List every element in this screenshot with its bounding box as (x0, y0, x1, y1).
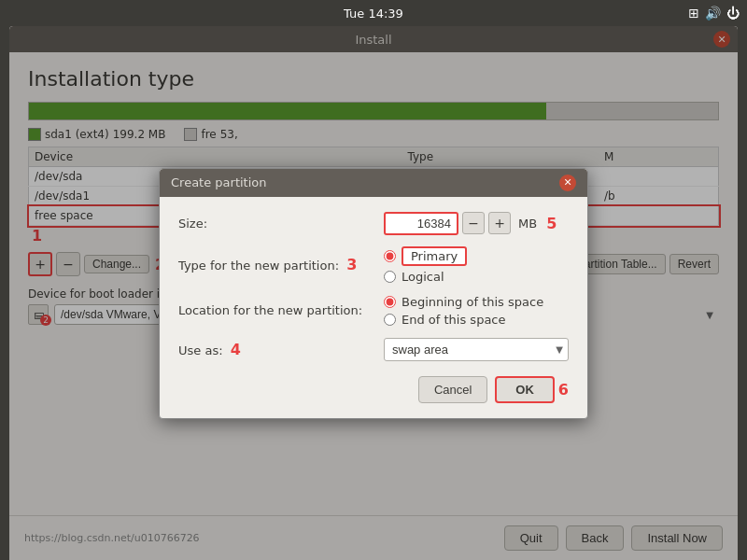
volume-icon: 🔊 (705, 6, 721, 21)
size-label: Size: (178, 217, 384, 231)
cancel-button[interactable]: Cancel (418, 376, 487, 403)
topbar-icons: ⊞ 🔊 ⏻ (688, 6, 740, 21)
size-decrease-button[interactable]: − (462, 212, 485, 234)
create-partition-dialog: Create partition ✕ Size: − + MB 5 (159, 168, 588, 419)
partition-location-group: Beginning of this space End of this spac… (384, 295, 543, 327)
end-label: End of this space (402, 313, 506, 327)
radio-end-input[interactable] (384, 314, 396, 326)
red-label-4: 4 (231, 341, 241, 358)
radio-logical: Logical (384, 270, 467, 284)
partition-type-group: Primary Logical (384, 246, 467, 284)
type-row: Type for the new partition: 3 Primary Lo… (178, 246, 569, 284)
ok-button[interactable]: OK (495, 376, 555, 403)
red-label-3: 3 (346, 256, 357, 273)
type-label: Type for the new partition: 3 (178, 256, 384, 273)
modal-buttons: Cancel OK 6 (178, 376, 569, 403)
network-icon: ⊞ (688, 6, 699, 21)
size-controls: − + MB 5 (384, 212, 557, 235)
radio-beginning: Beginning of this space (384, 295, 543, 309)
modal-titlebar: Create partition ✕ (160, 169, 587, 197)
beginning-label: Beginning of this space (402, 295, 543, 309)
red-label-6: 6 (558, 381, 569, 399)
size-input[interactable] (384, 212, 458, 235)
size-unit: MB (518, 217, 537, 231)
logical-label: Logical (402, 270, 444, 284)
red-label-5: 5 (546, 215, 557, 232)
use-as-label: Use as: 4 (178, 341, 384, 358)
location-row: Location for the new partition: Beginnin… (178, 295, 569, 327)
radio-end: End of this space (384, 313, 543, 327)
radio-logical-input[interactable] (384, 271, 396, 283)
modal-close-button[interactable]: ✕ (559, 175, 576, 191)
topbar-time: Tue 14:39 (344, 7, 403, 21)
power-icon: ⏻ (726, 6, 740, 21)
size-increase-button[interactable]: + (488, 212, 511, 234)
topbar: Tue 14:39 ⊞ 🔊 ⏻ (0, 0, 747, 26)
radio-primary-input[interactable] (384, 250, 396, 262)
size-row: Size: − + MB 5 (178, 212, 569, 235)
radio-primary: Primary (384, 246, 467, 266)
modal-title: Create partition (171, 175, 267, 189)
modal-body: Size: − + MB 5 Type for the new partitio… (160, 197, 587, 418)
use-as-wrapper: swap area Ext4 journaling file system Ex… (384, 338, 569, 361)
modal-overlay: Create partition ✕ Size: − + MB 5 (9, 26, 738, 560)
main-window: Install ✕ Installation type sda1 (ext4) … (9, 26, 738, 560)
radio-beginning-input[interactable] (384, 296, 396, 308)
primary-label: Primary (402, 246, 467, 266)
use-as-select[interactable]: swap area Ext4 journaling file system Ex… (384, 338, 569, 361)
use-as-row: Use as: 4 swap area Ext4 journaling file… (178, 338, 569, 361)
location-label: Location for the new partition: (178, 303, 384, 317)
ok-area: OK 6 (495, 376, 569, 403)
